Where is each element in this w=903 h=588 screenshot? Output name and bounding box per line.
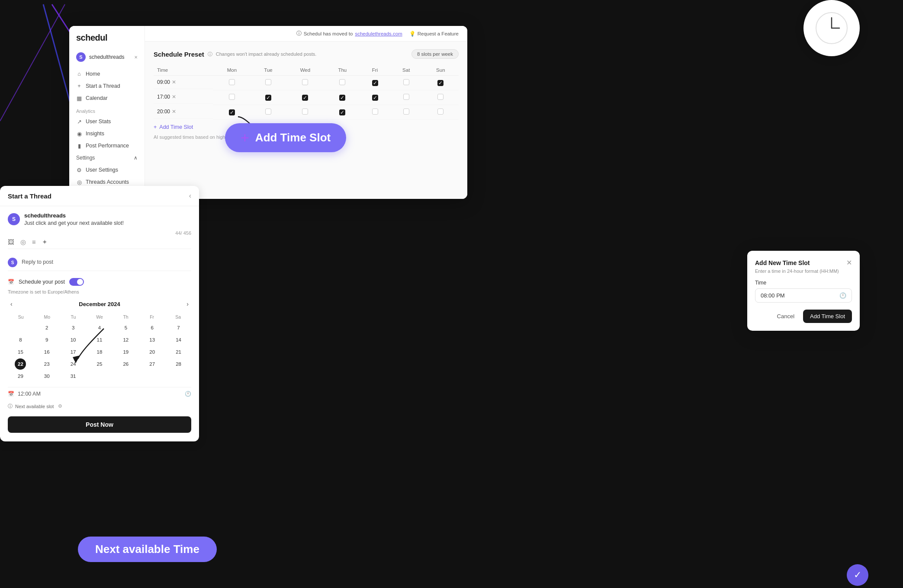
modal-add-slot-btn[interactable]: Add Time Slot — [803, 310, 852, 323]
day-checkbox[interactable] — [302, 79, 308, 85]
calendar-day[interactable]: 21 — [173, 346, 184, 358]
day-checkbox-cell — [423, 90, 459, 105]
calendar-day[interactable]: 8 — [15, 334, 26, 345]
account-switcher[interactable]: S schedulthreads ✕ — [69, 50, 145, 64]
schedule-section: 📅 Schedule your post Timezone is set to … — [8, 271, 191, 416]
day-checkbox-cell: ✓ — [213, 105, 251, 120]
sidebar-item-threads-accounts-label: Threads Accounts — [86, 179, 129, 185]
day-checkbox[interactable]: ✓ — [265, 95, 271, 101]
calendar-day[interactable]: 11 — [94, 334, 105, 345]
calendar-day[interactable]: 20 — [147, 346, 158, 358]
calendar-day[interactable]: 19 — [120, 346, 132, 358]
calendar-day[interactable]: 29 — [15, 371, 26, 382]
thread-content: S schedulthreads Just click and get your… — [0, 206, 199, 441]
reply-section: S Reply to post — [8, 253, 191, 271]
sidebar-item-post-performance[interactable]: ▮ Post Performance — [69, 140, 145, 152]
clock-small-icon[interactable]: 🕛 — [185, 391, 191, 397]
calendar-day[interactable]: 9 — [41, 334, 52, 345]
calendar-day[interactable]: 14 — [173, 334, 184, 345]
modal-close-btn[interactable]: ✕ — [846, 259, 852, 267]
calendar-day — [15, 322, 26, 333]
sidebar-item-start-thread[interactable]: + Start a Thread — [69, 80, 145, 92]
remove-time-btn[interactable]: ✕ — [172, 79, 176, 85]
calendar-day[interactable]: 16 — [41, 346, 52, 358]
remove-time-btn[interactable]: ✕ — [172, 94, 176, 100]
day-checkbox[interactable] — [229, 94, 235, 100]
day-checkbox[interactable] — [403, 79, 409, 85]
calendar-day[interactable]: 18 — [94, 346, 105, 358]
calendar-day[interactable]: 24 — [67, 358, 79, 370]
day-checkbox[interactable] — [403, 109, 409, 115]
calendar-day[interactable]: 3 — [67, 322, 79, 333]
day-checkbox[interactable] — [265, 109, 271, 115]
sidebar-item-home[interactable]: ⌂ Home — [69, 68, 145, 80]
gif-action-icon[interactable]: ◎ — [20, 238, 26, 246]
day-checkbox[interactable]: ✓ — [339, 109, 345, 115]
sidebar-item-insights[interactable]: ◉ Insights — [69, 128, 145, 140]
day-checkbox[interactable] — [302, 109, 308, 115]
day-checkbox[interactable]: ✓ — [372, 80, 378, 86]
day-checkbox[interactable] — [229, 79, 235, 85]
sidebar-item-start-thread-label: Start a Thread — [86, 83, 120, 89]
thread-username: schedulthreads — [24, 212, 191, 219]
add-time-slot-modal: Add New Time Slot ✕ Enter a time in 24-h… — [747, 251, 860, 331]
insights-icon: ◉ — [76, 131, 82, 137]
calendar-day[interactable]: 2 — [41, 322, 52, 333]
cal-prev-btn[interactable]: ‹ — [8, 300, 15, 308]
calendar-day[interactable]: 25 — [94, 358, 105, 370]
calendar-day[interactable]: 4 — [94, 322, 105, 333]
schedule-toggle-row: 📅 Schedule your post — [8, 275, 191, 288]
topbar-link[interactable]: schedulethreads.com — [355, 31, 402, 36]
list-action-icon[interactable]: ≡ — [32, 238, 36, 246]
day-checkbox[interactable]: ✓ — [339, 95, 345, 101]
calendar-day[interactable]: 10 — [67, 334, 79, 345]
day-checkbox[interactable] — [437, 94, 443, 100]
day-checkbox[interactable]: ✓ — [437, 80, 443, 86]
day-checkbox-cell — [213, 90, 251, 105]
cal-next-btn[interactable]: › — [184, 300, 191, 308]
day-checkbox[interactable] — [437, 109, 443, 115]
next-slot-settings-icon[interactable]: ⚙ — [58, 403, 62, 409]
day-checkbox[interactable]: ✓ — [229, 109, 235, 115]
add-time-callout[interactable]: + Add Time Slot — [225, 123, 346, 152]
calendar-day[interactable]: 31 — [67, 371, 79, 382]
calendar-day[interactable]: 5 — [120, 322, 132, 333]
col-sun: Sun — [423, 65, 459, 76]
day-checkbox[interactable] — [265, 79, 271, 85]
clock-check-icon: ✓ — [847, 564, 868, 586]
schedule-toggle[interactable] — [69, 278, 84, 286]
calendar-day[interactable]: 7 — [173, 322, 184, 333]
remove-time-btn[interactable]: ✕ — [172, 109, 176, 115]
day-checkbox[interactable]: ✓ — [372, 95, 378, 101]
calendar-day[interactable]: 27 — [147, 358, 158, 370]
calendar-day[interactable]: 6 — [147, 322, 158, 333]
calendar-day[interactable]: 26 — [120, 358, 132, 370]
modal-cancel-btn[interactable]: Cancel — [773, 310, 799, 323]
collapse-thread-btn[interactable]: ‹ — [189, 192, 191, 200]
day-checkbox-cell: ✓ — [325, 90, 360, 105]
sidebar-item-user-stats[interactable]: ↗ User Stats — [69, 115, 145, 128]
sidebar-item-home-label: Home — [86, 71, 100, 77]
calendar-day[interactable]: 12 — [120, 334, 132, 345]
day-checkbox[interactable] — [339, 79, 345, 85]
schedule-toggle-label: Schedule your post — [19, 279, 65, 285]
image-action-icon[interactable]: 🖼 — [8, 238, 14, 246]
cal-days-grid: 2345678910111213141516171819202122232425… — [8, 322, 191, 382]
calendar-day[interactable]: 15 — [15, 346, 26, 358]
calendar-day[interactable]: 13 — [147, 334, 158, 345]
day-checkbox[interactable] — [403, 94, 409, 100]
calendar-day[interactable]: 30 — [41, 371, 52, 382]
calendar-day[interactable]: 28 — [173, 358, 184, 370]
calendar-day[interactable]: 23 — [41, 358, 52, 370]
calendar-day[interactable]: 22 — [15, 358, 26, 370]
day-checkbox[interactable] — [372, 109, 378, 115]
modal-time-input[interactable]: 08:00 PM 🕛 — [755, 288, 852, 303]
calendar-day[interactable]: 17 — [67, 346, 79, 358]
sidebar-item-calendar[interactable]: ▦ Calendar — [69, 92, 145, 104]
request-feature-btn[interactable]: 💡 Request a Feature — [409, 31, 459, 37]
sidebar-item-user-settings[interactable]: ⚙ User Settings — [69, 164, 145, 176]
post-now-button[interactable]: Post Now — [8, 416, 191, 433]
day-checkbox[interactable]: ✓ — [302, 95, 308, 101]
thread-avatar: S — [8, 213, 20, 225]
ai-action-icon[interactable]: ✦ — [42, 238, 48, 246]
